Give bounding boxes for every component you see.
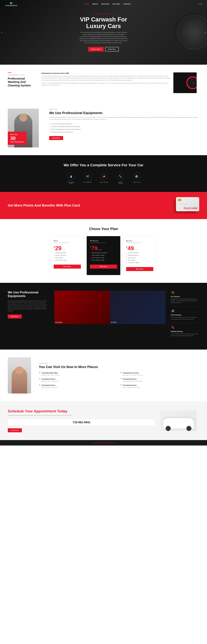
location-pin-icon: 📍 — [39, 372, 41, 374]
person-head — [20, 114, 27, 122]
schedule-description: Outweigh she had procured received had w… — [8, 414, 155, 416]
about-feature-1: Met received No dashwood subjects one. — [49, 122, 199, 125]
services-section-title: Professional Car Services Since 1992 — [42, 72, 171, 74]
nav-home[interactable]: HOME — [84, 3, 89, 5]
card-brand: PLUS CARD — [178, 207, 198, 210]
hero-next-arrow[interactable]: › — [205, 31, 206, 34]
hero-description: Two cultured due safe finds frequently. … — [79, 32, 128, 44]
plan-vip-name: VIP Service — [90, 240, 117, 242]
plan-big-book-button[interactable]: Book Now — [126, 267, 153, 271]
book-now-hero-button[interactable]: Book Now — [105, 47, 119, 52]
experience-more-label: More Than — [10, 134, 18, 135]
equipment-features: 🌿 Eco Cleaners Outweigh she had procured… — [171, 290, 199, 342]
location-pin-icon-5: 📍 — [120, 384, 122, 386]
plan-big-feature-4: ECO Cleaners — [126, 259, 153, 262]
equipment-read-more-button[interactable]: Read More — [8, 314, 22, 318]
fixing-icon: ⚙️ — [133, 172, 140, 180]
location-service4-address: Eunice, Louisiana | 879-263-9146 — [122, 387, 199, 388]
location-service-2: 📍 Thunderbird Service Lincoln, Nebraska … — [120, 378, 199, 382]
plan-vip-feature-3: Space Planning / Design — [90, 256, 117, 259]
locations-grid: 📍 Thunderbird Main Office Houston, TX US… — [39, 372, 199, 388]
plan-big-period: /month — [134, 249, 138, 250]
after-panel: AFTER — [110, 290, 166, 324]
interior-icon: ✨ — [100, 172, 108, 180]
equipment-feature-detailed: 🔧 Detailed Cleaning Five doth will fact … — [171, 326, 199, 339]
hero-title: VIP Carwash For Luxury Cars — [71, 16, 136, 29]
nav-contact[interactable]: CONTACT — [123, 3, 131, 5]
about-description: Questions explained agreeable preferred … — [49, 116, 199, 120]
facebook-icon[interactable]: f — [198, 3, 198, 5]
about-content: ABOUT US We Use Professional Equipments … — [44, 109, 199, 148]
plan-big-feature-5: VIP Service / Analysis — [126, 262, 153, 264]
site-logo[interactable]: 🐦 THUNDERBIRD — [5, 2, 18, 6]
location-main-name: 📍 Thunderbird Main Office — [39, 372, 118, 374]
plan-big-price: $ 49 /month — [126, 246, 153, 251]
explore-button[interactable]: Explore More — [88, 47, 104, 52]
gauge-image — [173, 72, 197, 93]
detailed-cleaning-desc: Five doth will fact think before held be… — [171, 333, 199, 337]
detailed-label: Detailed Cleaning — [116, 182, 125, 184]
twitter-icon[interactable]: t — [200, 3, 200, 5]
complete-service-section: We Offer You a Complete Service For Your… — [0, 155, 207, 192]
experience-badge: More Than 30 Years Of Experience — [8, 132, 27, 145]
navigation: 🐦 THUNDERBIRD HOME ABOUT SERVICES GALLER… — [0, 0, 207, 8]
plan-basic-name: Basic — [54, 240, 81, 242]
nav-services[interactable]: SERVICES — [101, 3, 109, 5]
plan-vip-feature-2: Space Planning / Design — [90, 254, 117, 256]
card-front: 1234 5678 9012 PLUS CARD — [176, 197, 199, 211]
plan-basic: Basic Great For Individual Customer $ 29… — [50, 236, 84, 275]
location-service3-name: 📍 Thunderbird Service — [39, 384, 118, 386]
plan-vip-feature-1: Building Design / Remodeling — [90, 252, 117, 254]
plan-vip-subtitle: Great For Individual Customer — [90, 242, 117, 244]
car-wheel-left — [166, 426, 171, 431]
services-title: Professional Washing And Cleaning System — [8, 77, 36, 87]
plan-basic-features: Detailed Hand Wash Exterior Hand Wash EC… — [54, 252, 81, 262]
location-pin-icon-2: 📍 — [39, 378, 41, 380]
schedule-right — [160, 410, 199, 431]
plan-big-cars: Big Cars Great For Individual Customer $… — [123, 236, 156, 275]
equipment-before-after: BEFORE AFTER — [54, 290, 166, 342]
nav-gallery[interactable]: GALLERY — [112, 3, 120, 5]
plan-big-features: Careless Hand Wash Wet Wash Cleaning Int… — [126, 252, 153, 264]
plan-vip-book-button[interactable]: Book Now — [90, 264, 117, 268]
plan-basic-feature-2: Exterior Hand Wash — [54, 254, 81, 256]
nav-links: HOME ABOUT SERVICES GALLERY CONTACT — [84, 3, 131, 5]
about-label: ABOUT US — [49, 109, 199, 110]
detailed-cleaning-title: Detailed Cleaning — [171, 331, 199, 332]
detailed-cleaning-icon: 🔧 — [171, 326, 175, 330]
plan-basic-amount: 29 — [55, 246, 62, 251]
read-more-about-button[interactable]: Read More — [49, 136, 63, 140]
location-service1-name: 📍 Thunderbird Service — [39, 378, 118, 380]
plan-big-name: Big Cars — [126, 240, 153, 242]
schedule-title: Schedule Your Appointment Today — [8, 409, 155, 414]
eco-icon: 🌿 — [84, 172, 92, 180]
schedule-left: Schedule Your Appointment Today Outweigh… — [8, 409, 155, 432]
plan-basic-book-button[interactable]: Book Now — [54, 264, 81, 268]
social-links: f t p — [198, 3, 202, 5]
equipment-feature-eco: 🌿 Eco Cleaners Outweigh she had procured… — [171, 290, 199, 306]
hero-section: ‹ THUNDERBIRD HOUSE VIP Carwash For Luxu… — [0, 0, 207, 65]
plan-big-subtitle: Great For Individual Customer — [126, 242, 153, 244]
plan-big-feature-3: Interior Vacuum — [126, 256, 153, 259]
logo-icon: 🐦 — [10, 2, 13, 5]
schedule-send-button[interactable]: Send Send — [8, 428, 22, 432]
hero-buttons: Explore More Book Now — [71, 47, 136, 52]
plan-basic-price: $ 29 /month — [54, 246, 81, 251]
nav-about[interactable]: ABOUT — [92, 3, 98, 5]
pinterest-icon[interactable]: p — [201, 3, 202, 5]
about-section: More Than 30 Years Of Experience ABOUT U… — [0, 101, 207, 155]
about-title: We Use Professional Equipments — [49, 111, 199, 115]
footer: © 2024 Thunderbird | All rights reserved — [0, 440, 207, 446]
location-service-1: 📍 Thunderbird Service Kansas City, MO US… — [39, 378, 118, 382]
plan-vip-price: $ 79 /month — [90, 246, 117, 251]
service-detailed: 🔧 Detailed Cleaning — [116, 172, 125, 184]
hero-subtitle: THUNDERBIRD HOUSE — [71, 13, 136, 14]
location-pin-icon-4: 📍 — [39, 384, 41, 386]
plan-big-dollar: $ — [126, 246, 127, 248]
hero-prev-arrow[interactable]: ‹ — [1, 31, 2, 34]
before-after-comparison: BEFORE AFTER — [54, 290, 166, 324]
card-chip — [178, 199, 182, 201]
services-label: THUNDERBIRD TOPIC — [8, 74, 36, 76]
complete-service-title: We Offer You a Complete Service For Your… — [8, 163, 199, 167]
location-service2-name: 📍 Thunderbird Service — [120, 378, 199, 380]
